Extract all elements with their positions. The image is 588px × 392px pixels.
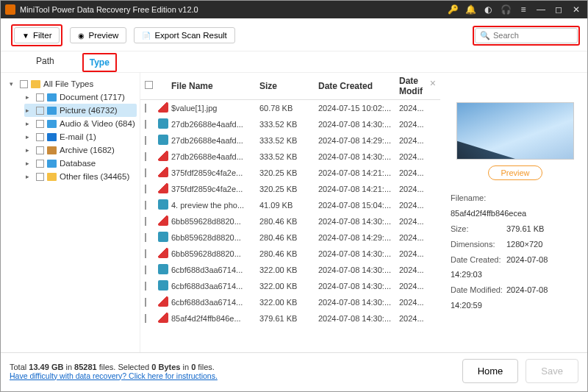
home-button[interactable]: Home bbox=[462, 359, 519, 383]
cell-name: $value[1].jpg bbox=[171, 104, 259, 113]
tree-item-label: Database bbox=[60, 159, 96, 168]
chevron-right-icon[interactable]: ▸ bbox=[26, 120, 33, 127]
search-input-wrap[interactable]: 🔍 bbox=[475, 28, 578, 43]
row-checkbox[interactable] bbox=[145, 282, 146, 291]
row-checkbox[interactable] bbox=[145, 136, 146, 145]
chevron-right-icon[interactable]: ▸ bbox=[26, 93, 33, 101]
checkbox[interactable] bbox=[36, 160, 44, 168]
checkbox[interactable] bbox=[36, 120, 44, 128]
header-name[interactable]: File Name bbox=[171, 81, 259, 91]
row-checkbox[interactable] bbox=[145, 104, 146, 113]
tree-root[interactable]: ▾ All File Types bbox=[8, 77, 137, 90]
header-date-created[interactable]: Date Created bbox=[318, 81, 399, 91]
table-row[interactable]: 85af4d2f4ffb846e...379.61 KB2024-07-08 1… bbox=[140, 310, 440, 327]
chevron-right-icon[interactable]: ▸ bbox=[26, 133, 33, 140]
meta-label: Filename: bbox=[451, 190, 506, 206]
table-row[interactable]: 6bb859628d8820...280.46 KB2024-07-08 14:… bbox=[140, 229, 440, 246]
tree-item[interactable]: ▸Other files (34465) bbox=[24, 170, 137, 183]
row-checkbox[interactable] bbox=[145, 298, 146, 307]
cell-date-modified: 2024... bbox=[399, 136, 436, 145]
table-row[interactable]: 6cbf688d3aa6714...322.00 KB2024-07-08 14… bbox=[140, 278, 440, 294]
meta-label: Date Modified: bbox=[451, 282, 506, 298]
filter-label: Filter bbox=[33, 31, 52, 40]
cell-size: 322.00 KB bbox=[259, 298, 318, 307]
tab-path[interactable]: Path bbox=[30, 53, 60, 72]
save-button[interactable]: Save bbox=[526, 359, 578, 383]
table-row[interactable]: $value[1].jpg60.78 KB2024-07-15 10:02:..… bbox=[140, 100, 440, 116]
header-checkbox[interactable] bbox=[145, 81, 153, 89]
filter-button[interactable]: ▼ Filter bbox=[14, 27, 60, 43]
table-row[interactable]: 6cbf688d3aa6714...322.00 KB2024-07-08 14… bbox=[140, 262, 440, 278]
file-icon bbox=[158, 102, 168, 113]
row-checkbox[interactable] bbox=[145, 201, 146, 210]
chevron-right-icon[interactable]: ▸ bbox=[26, 146, 33, 154]
row-checkbox[interactable] bbox=[145, 168, 146, 177]
row-checkbox[interactable] bbox=[145, 120, 146, 129]
chevron-right-icon[interactable]: ▸ bbox=[26, 173, 33, 180]
preview-open-button[interactable]: Preview bbox=[488, 165, 542, 180]
export-label: Export Scan Result bbox=[154, 31, 226, 40]
chevron-right-icon[interactable]: ▸ bbox=[26, 160, 33, 167]
menu-icon[interactable]: ≡ bbox=[517, 4, 530, 15]
checkbox[interactable] bbox=[36, 107, 44, 115]
files-area: × File Name Size Date Created Date Modif… bbox=[140, 73, 587, 352]
row-checkbox[interactable] bbox=[145, 266, 146, 274]
preview-meta: Filename:85af4d2f4ffb846eceaSize:379.61 … bbox=[451, 190, 580, 313]
cell-name: 375fdf2859c4fa2e... bbox=[171, 168, 259, 177]
checkbox[interactable] bbox=[20, 80, 28, 88]
cell-date-created: 2024-07-08 14:30:... bbox=[318, 314, 399, 323]
key-icon[interactable]: 🔑 bbox=[446, 4, 459, 15]
table-row[interactable]: 6bb859628d8820...280.46 KB2024-07-08 14:… bbox=[140, 246, 440, 262]
headset-icon[interactable]: 🎧 bbox=[499, 4, 512, 15]
row-checkbox[interactable] bbox=[145, 233, 146, 242]
minimize-icon[interactable]: — bbox=[534, 4, 548, 15]
file-icon bbox=[158, 215, 168, 226]
row-checkbox[interactable] bbox=[145, 185, 146, 193]
preview-button[interactable]: ◉ Preview bbox=[70, 27, 126, 43]
tree-item[interactable]: ▸Document (1717) bbox=[24, 90, 137, 104]
tree-item[interactable]: ▸E-mail (1) bbox=[24, 130, 137, 143]
export-button[interactable]: 📄 Export Scan Result bbox=[134, 27, 234, 43]
status-text: Total 13.49 GB in 85281 files. Selected … bbox=[10, 363, 218, 380]
tab-type[interactable]: Type bbox=[84, 54, 115, 71]
table-row[interactable]: 6bb859628d8820...280.46 KB2024-07-08 14:… bbox=[140, 213, 440, 229]
row-checkbox[interactable] bbox=[145, 249, 146, 258]
eye-icon: ◉ bbox=[78, 32, 85, 40]
cell-name: 6bb859628d8820... bbox=[171, 233, 259, 242]
meta-value: 379.61 KB bbox=[506, 224, 544, 233]
table-row[interactable]: 375fdf2859c4fa2e...320.25 KB2024-07-08 1… bbox=[140, 165, 440, 181]
tree-item[interactable]: ▸Picture (46732) bbox=[24, 104, 137, 117]
close-icon[interactable]: ✕ bbox=[570, 4, 583, 15]
file-icon bbox=[158, 199, 168, 210]
checkbox[interactable] bbox=[36, 173, 44, 181]
close-panel-icon[interactable]: × bbox=[430, 77, 436, 89]
table-row[interactable]: 27db26688e4aafd...333.52 KB2024-07-08 14… bbox=[140, 116, 440, 132]
cell-size: 41.09 KB bbox=[259, 201, 318, 210]
checkbox[interactable] bbox=[36, 133, 44, 141]
globe-icon[interactable]: ◐ bbox=[481, 4, 495, 15]
table-row[interactable]: 6cbf688d3aa6714...322.00 KB2024-07-08 14… bbox=[140, 294, 440, 310]
chevron-down-icon[interactable]: ▾ bbox=[10, 80, 17, 88]
table-row[interactable]: 4. preview the pho...41.09 KB2024-07-08 … bbox=[140, 197, 440, 213]
maximize-icon[interactable]: ◻ bbox=[552, 4, 565, 15]
help-link[interactable]: Have difficulty with data recovery? Clic… bbox=[10, 371, 218, 380]
tree-item[interactable]: ▸Audio & Video (684) bbox=[24, 117, 137, 130]
chevron-right-icon[interactable]: ▸ bbox=[26, 107, 33, 114]
tree-item-label: E-mail (1) bbox=[60, 132, 96, 141]
bell-icon[interactable]: 🔔 bbox=[464, 4, 477, 15]
search-input[interactable] bbox=[493, 31, 567, 40]
tree-item-label: Audio & Video (684) bbox=[60, 119, 135, 128]
table-row[interactable]: 375fdf2859c4fa2e...320.25 KB2024-07-08 1… bbox=[140, 181, 440, 197]
row-checkbox[interactable] bbox=[145, 217, 146, 226]
meta-row: Date Created:2024-07-08 14:29:03 bbox=[451, 252, 580, 283]
tree-root-label: All File Types bbox=[43, 79, 93, 88]
table-row[interactable]: 27db26688e4aafd...333.52 KB2024-07-08 14… bbox=[140, 132, 440, 149]
row-checkbox[interactable] bbox=[145, 152, 146, 161]
checkbox[interactable] bbox=[36, 146, 44, 154]
row-checkbox[interactable] bbox=[145, 314, 146, 323]
tree-item[interactable]: ▸Database bbox=[24, 157, 137, 170]
checkbox[interactable] bbox=[36, 93, 44, 101]
tree-item[interactable]: ▸Archive (1682) bbox=[24, 143, 137, 157]
header-size[interactable]: Size bbox=[259, 81, 318, 91]
table-row[interactable]: 27db26688e4aafd...333.52 KB2024-07-08 14… bbox=[140, 149, 440, 165]
